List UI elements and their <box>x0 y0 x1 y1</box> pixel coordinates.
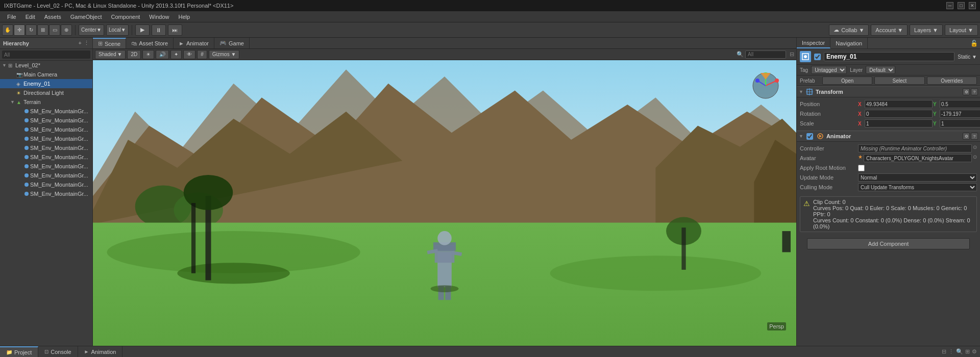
settings-bottom-icon[interactable]: ⚙ <box>972 348 977 355</box>
rotate-tool-button[interactable]: ↻ <box>26 24 37 36</box>
update-mode-select[interactable]: Normal <box>858 173 977 182</box>
tree-item-sm3[interactable]: SM_Env_MountainGr... <box>0 125 92 134</box>
scale-tool-button[interactable]: ⊞ <box>37 24 48 36</box>
navigation-tab[interactable]: Navigation <box>830 38 868 48</box>
avatar-target-icon[interactable]: ⊙ <box>973 154 977 162</box>
tree-item-sm8[interactable]: SM_Env_MountainGr... <box>0 171 92 180</box>
tree-item-sm2[interactable]: SM_Env_MountainGr... <box>0 116 92 125</box>
collab-button[interactable]: ☁ Collab ▼ <box>829 24 869 36</box>
position-x-input[interactable] <box>865 100 933 108</box>
tree-item-sm4[interactable]: SM_Env_MountainGr... <box>0 134 92 143</box>
grid-bottom-icon[interactable]: ⊞ <box>965 348 970 355</box>
tree-item-dirlight[interactable]: ☀ Directional Light <box>0 88 92 97</box>
hierarchy-add-icon[interactable]: + <box>79 40 82 46</box>
tree-item-sm6[interactable]: SM_Env_MountainGr... <box>0 152 92 162</box>
layout-button[interactable]: Layout ▼ <box>945 24 978 36</box>
menu-file[interactable]: File <box>3 13 20 21</box>
apply-root-motion-checkbox[interactable] <box>858 165 865 171</box>
prefab-select-button[interactable]: Select <box>874 76 924 85</box>
render-mode-dropdown[interactable]: Shaded ▼ <box>95 50 126 59</box>
menu-assets[interactable]: Assets <box>40 13 65 21</box>
maximize-button[interactable]: □ <box>958 2 965 9</box>
prefab-open-button[interactable]: Open <box>822 76 872 85</box>
scene-minimize-icon[interactable]: ⊟ <box>790 51 794 58</box>
avatar-input[interactable] <box>864 154 972 162</box>
menu-window[interactable]: Window <box>145 13 173 21</box>
rect-tool-button[interactable]: ▭ <box>49 24 60 36</box>
bottom-menu-icon[interactable]: ⋮ <box>948 348 954 355</box>
scene-search-input[interactable] <box>745 50 786 59</box>
transform-help-button[interactable]: ? <box>971 88 978 95</box>
layers-button[interactable]: Layers ▼ <box>910 24 943 36</box>
inspector-tab[interactable]: Inspector <box>797 38 830 48</box>
account-button[interactable]: Account ▼ <box>871 24 908 36</box>
menu-help[interactable]: Help <box>174 13 194 21</box>
culling-mode-select[interactable]: Cull Update Transforms <box>858 183 977 191</box>
tree-item-sm7[interactable]: SM_Env_MountainGr... <box>0 162 92 171</box>
prefab-overrides-button[interactable]: Overrides <box>927 76 977 85</box>
tree-item-level02[interactable]: ▼ ⊞ Level_02* <box>0 61 92 70</box>
tag-dropdown[interactable]: Untagged <box>811 66 847 74</box>
audio-toggle[interactable]: 🔊 <box>156 50 169 59</box>
project-tab[interactable]: 📁 Project <box>0 346 38 357</box>
hierarchy-menu-icon[interactable]: ⋮ <box>84 40 89 46</box>
game-tab[interactable]: 🎮 Game <box>214 38 250 48</box>
pause-button[interactable]: ⏸ <box>152 24 166 36</box>
grid-toggle[interactable]: # <box>197 50 207 59</box>
layer-dropdown[interactable]: Default <box>866 66 895 74</box>
close-button[interactable]: ✕ <box>969 2 976 9</box>
transform-settings-button[interactable]: ⚙ <box>963 88 970 95</box>
tree-label-sm8: SM_Env_MountainGr... <box>30 172 92 178</box>
gizmo-widget[interactable] <box>750 70 781 101</box>
rotation-y-input[interactable] <box>940 110 980 118</box>
hand-tool-button[interactable]: ✋ <box>2 24 13 36</box>
scale-x-input[interactable] <box>865 119 933 128</box>
local-global-button[interactable]: Local ▼ <box>106 24 129 36</box>
collapse-icon[interactable]: ⊟ <box>942 348 946 355</box>
tree-item-sm9[interactable]: SM_Env_MountainGr... <box>0 180 92 189</box>
position-y-input[interactable] <box>940 100 980 108</box>
minimize-button[interactable]: ─ <box>946 2 953 9</box>
tree-item-sm1[interactable]: SM_Env_MountainGr... <box>0 107 92 116</box>
scene-tab[interactable]: ⊞ Scene <box>93 38 126 48</box>
tree-item-terrain[interactable]: ▼ ▲ Terrain <box>0 97 92 107</box>
controller-input[interactable] <box>858 144 972 152</box>
animation-tab[interactable]: ► Animation <box>78 346 123 357</box>
animator-help-button[interactable]: ? <box>971 133 978 140</box>
controller-target-icon[interactable]: ⊙ <box>973 144 977 152</box>
2d-toggle[interactable]: 2D <box>127 50 141 59</box>
animator-tab[interactable]: ► Animator <box>174 38 214 48</box>
animator-settings-button[interactable]: ⚙ <box>963 133 970 140</box>
scene-viewport[interactable]: Persp <box>93 60 796 346</box>
animator-enabled-checkbox[interactable] <box>806 133 813 140</box>
tree-item-maincam[interactable]: 📷 Main Camera <box>0 70 92 79</box>
tree-item-sm5[interactable]: SM_Env_MountainGr... <box>0 143 92 152</box>
lighting-toggle[interactable]: ☀ <box>142 50 154 59</box>
add-component-button[interactable]: Add Component <box>807 238 970 249</box>
menu-edit[interactable]: Edit <box>21 13 39 21</box>
asset-store-tab[interactable]: 🛍 Asset Store <box>126 38 174 48</box>
tree-item-sm10[interactable]: SM_Env_MountainGr... <box>0 189 92 198</box>
scene-visible-toggle[interactable]: 👁 <box>183 50 195 59</box>
play-button[interactable]: ▶ <box>135 24 150 36</box>
rotation-x-input[interactable] <box>865 110 933 118</box>
multi-tool-button[interactable]: ⊕ <box>61 24 72 36</box>
menu-component[interactable]: Component <box>107 13 144 21</box>
hierarchy-search-input[interactable] <box>2 50 90 59</box>
gizmos-dropdown[interactable]: Gizmos ▼ <box>209 50 240 59</box>
console-tab[interactable]: ⊡ Console <box>38 346 78 357</box>
scale-y-input[interactable] <box>940 119 980 128</box>
menu-gameobject[interactable]: GameObject <box>66 13 106 21</box>
animator-component-header[interactable]: ▼ Animator ⚙ ? <box>797 131 980 142</box>
transform-component-header[interactable]: ▼ Transform ⚙ ? <box>797 86 980 97</box>
effects-toggle[interactable]: ✦ <box>170 50 182 59</box>
static-label[interactable]: Static ▼ <box>958 54 977 60</box>
center-pivot-button[interactable]: Center ▼ <box>79 24 104 36</box>
move-tool-button[interactable]: ✛ <box>14 24 25 36</box>
object-name-input[interactable] <box>824 52 954 61</box>
step-button[interactable]: ⏭ <box>168 24 182 36</box>
tree-item-enemy01[interactable]: ◈ Enemy_01 <box>0 79 92 88</box>
search-bottom-icon[interactable]: 🔍 <box>956 348 963 355</box>
inspector-lock-icon[interactable]: 🔓 <box>970 40 978 47</box>
active-checkbox[interactable] <box>814 54 821 60</box>
